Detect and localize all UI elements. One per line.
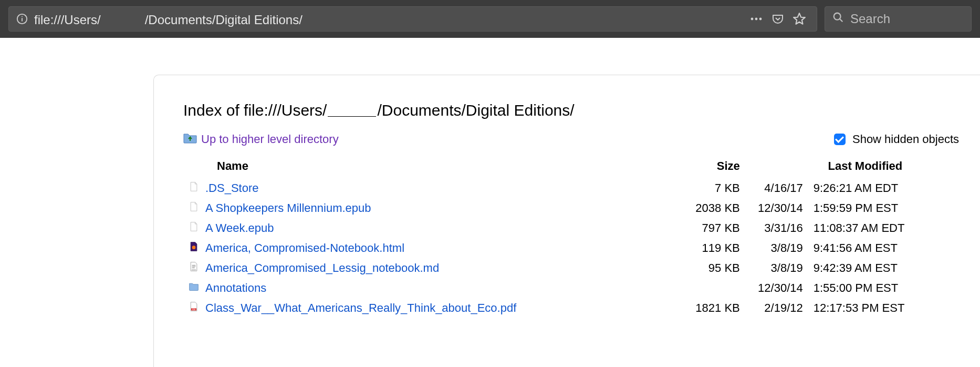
file-date: 3/31/16 — [745, 218, 808, 238]
file-name-cell: Annotations — [183, 278, 656, 298]
up-link-label: Up to higher level directory — [201, 132, 339, 146]
page-title: Index of file:///Users//Documents/Digita… — [183, 101, 969, 119]
table-row: A Week.epub797 KB3/31/1611:08:37 AM EDT — [183, 218, 969, 238]
file-icon — [189, 180, 199, 196]
show-hidden-checkbox[interactable] — [834, 134, 846, 145]
file-size: 7 KB — [656, 178, 745, 198]
svg-point-5 — [759, 18, 762, 21]
folder-icon — [189, 280, 199, 296]
search-bar[interactable]: Search — [825, 6, 972, 32]
svg-point-2 — [22, 16, 23, 17]
html-icon — [189, 240, 199, 256]
url-suffix: /Documents/Digital Editions/ — [145, 13, 303, 27]
column-header-modified[interactable]: Last Modified — [745, 156, 969, 178]
file-name-cell: PDFClass_War__What_Americans_Really_Thin… — [183, 298, 656, 318]
url-bar-actions — [749, 12, 809, 26]
file-time: 9:26:21 AM EDT — [808, 178, 969, 198]
search-icon — [832, 12, 844, 26]
search-placeholder: Search — [850, 12, 890, 26]
file-name-cell: America, Compromised-Notebook.html — [183, 238, 656, 258]
file-date: 2/19/12 — [745, 298, 808, 318]
svg-point-4 — [755, 18, 758, 21]
file-time: 9:41:56 AM EST — [808, 238, 969, 258]
browser-toolbar: file:///Users//Documents/Digital Edition… — [0, 0, 980, 38]
svg-line-8 — [840, 19, 843, 22]
bookmark-star-icon[interactable] — [793, 12, 806, 26]
page-content: Index of file:///Users//Documents/Digita… — [0, 38, 980, 367]
show-hidden-label: Show hidden objects — [852, 132, 959, 146]
url-prefix: file:///Users/ — [34, 13, 101, 27]
file-size: 119 KB — [656, 238, 745, 258]
table-row: .DS_Store7 KB4/16/179:26:21 AM EDT — [183, 178, 969, 198]
show-hidden-toggle[interactable]: Show hidden objects — [832, 132, 969, 147]
url-bar[interactable]: file:///Users//Documents/Digital Edition… — [8, 6, 817, 32]
file-link[interactable]: A Shopkeepers Millennium.epub — [205, 201, 371, 215]
file-date: 3/8/19 — [745, 258, 808, 278]
file-size: 2038 KB — [656, 198, 745, 218]
file-link[interactable]: America, Compromised-Notebook.html — [205, 241, 404, 255]
file-name-cell: A Shopkeepers Millennium.epub — [183, 198, 656, 218]
column-header-size[interactable]: Size — [656, 156, 745, 178]
file-size — [656, 278, 745, 298]
file-name-cell: .DS_Store — [183, 178, 656, 198]
redacted-user-title — [328, 102, 376, 117]
file-time: 11:08:37 AM EDT — [808, 218, 969, 238]
file-link[interactable]: Class_War__What_Americans_Really_Think_a… — [205, 301, 516, 315]
pocket-icon[interactable] — [772, 13, 784, 25]
svg-point-9 — [192, 246, 196, 249]
file-icon — [189, 220, 199, 236]
svg-text:PDF: PDF — [192, 309, 196, 311]
svg-rect-10 — [192, 269, 196, 271]
table-row: America, Compromised-Notebook.html119 KB… — [183, 238, 969, 258]
file-date: 12/30/14 — [745, 198, 808, 218]
up-directory-link[interactable]: Up to higher level directory — [183, 132, 339, 147]
file-size: 797 KB — [656, 218, 745, 238]
table-row: PDFClass_War__What_Americans_Really_Thin… — [183, 298, 969, 318]
redacted-user — [102, 11, 144, 25]
title-suffix: /Documents/Digital Editions/ — [377, 101, 574, 119]
file-date: 12/30/14 — [745, 278, 808, 298]
table-row: Annotations12/30/141:55:00 PM EST — [183, 278, 969, 298]
svg-marker-6 — [794, 13, 805, 24]
file-name-cell: A Week.epub — [183, 218, 656, 238]
file-icon — [189, 200, 199, 216]
file-time: 1:55:00 PM EST — [808, 278, 969, 298]
file-date: 4/16/17 — [745, 178, 808, 198]
directory-listing: Name Size Last Modified .DS_Store7 KB4/1… — [183, 156, 969, 318]
file-time: 12:17:53 PM EST — [808, 298, 969, 318]
up-folder-icon — [183, 132, 197, 147]
pdf-icon: PDF — [189, 300, 199, 316]
file-link[interactable]: Annotations — [205, 281, 266, 295]
text-icon — [189, 260, 199, 276]
file-size: 1821 KB — [656, 298, 745, 318]
table-row: America_Compromised_Lessig_notebook.md95… — [183, 258, 969, 278]
table-row: A Shopkeepers Millennium.epub2038 KB12/3… — [183, 198, 969, 218]
svg-point-7 — [834, 13, 841, 20]
file-link[interactable]: America_Compromised_Lessig_notebook.md — [205, 261, 439, 275]
file-size: 95 KB — [656, 258, 745, 278]
file-name-cell: America_Compromised_Lessig_notebook.md — [183, 258, 656, 278]
file-link[interactable]: .DS_Store — [205, 181, 259, 195]
more-icon[interactable] — [749, 13, 763, 25]
title-prefix: Index of file:///Users/ — [183, 101, 327, 119]
svg-point-3 — [751, 18, 754, 21]
file-link[interactable]: A Week.epub — [205, 221, 274, 235]
file-date: 3/8/19 — [745, 238, 808, 258]
file-time: 1:59:59 PM EST — [808, 198, 969, 218]
url-text: file:///Users//Documents/Digital Edition… — [34, 11, 743, 27]
info-icon — [16, 13, 28, 25]
file-time: 9:42:39 AM EST — [808, 258, 969, 278]
column-header-name[interactable]: Name — [183, 156, 656, 178]
